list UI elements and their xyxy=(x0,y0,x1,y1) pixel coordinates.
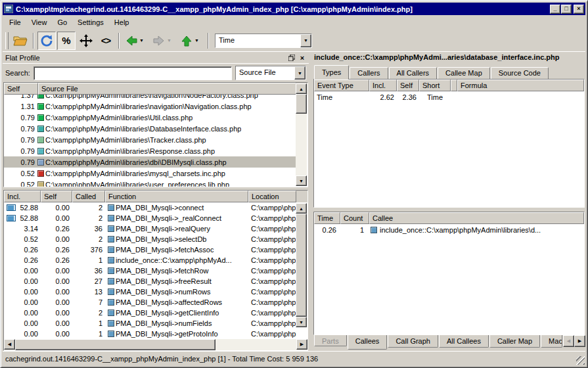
function-icon xyxy=(108,236,114,242)
function-row[interactable]: 0.26 0.26 376 PMA_DBI_Mysqli->fetchAssoc… xyxy=(4,244,296,255)
status-text: cachegrind.out.1416463299-C__xampp_phpMy… xyxy=(5,355,583,363)
search-input[interactable] xyxy=(34,66,232,80)
source-file-row[interactable]: 0.79 C:\xampp\phpMyAdmin\libraries\Util.… xyxy=(4,112,296,123)
function-row[interactable]: 0.00 0.00 2 PMA_DBI_Mysqli->getClientInf… xyxy=(4,308,296,318)
source-file-row[interactable]: 0.79 C:\xampp\phpMyAdmin\libraries\Track… xyxy=(4,134,296,145)
function-name: PMA_DBI_Mysqli->connect xyxy=(116,204,204,212)
relative-cost-button[interactable]: % xyxy=(57,32,76,50)
source-file-row[interactable]: 1.31 C:\xampp\phpMyAdmin\libraries\navig… xyxy=(4,101,296,112)
back-dropdown-icon[interactable]: ▼ xyxy=(139,38,144,43)
column-header-time[interactable]: Time xyxy=(314,212,340,224)
scrollbar-track[interactable] xyxy=(296,114,307,175)
function-row[interactable]: 0.00 0.00 1 PMA_DBI_Mysqli->getProtoInfo… xyxy=(4,329,296,339)
event-type-combobox[interactable]: Time ▼ xyxy=(215,34,312,48)
scrollbar-thumb[interactable] xyxy=(296,214,307,317)
scroll-down-icon[interactable]: ▼ xyxy=(296,317,307,327)
tab-callers[interactable]: Callers xyxy=(350,67,388,79)
function-row[interactable]: 0.52 0.00 2 PMA_DBI_Mysqli->selectDb C:\… xyxy=(4,234,296,244)
column-header-event-type[interactable]: Event Type xyxy=(314,80,369,91)
function-row[interactable]: 52.88 0.00 2 PMA_DBI_Mysqli->connect C:\… xyxy=(4,202,296,213)
scrollbar-track[interactable] xyxy=(215,339,296,350)
forward-button[interactable]: ▼ xyxy=(150,32,177,50)
column-header-formula[interactable]: Formula xyxy=(457,80,584,91)
chevron-down-icon[interactable]: ▼ xyxy=(294,66,305,80)
function-row[interactable]: 0.26 0.26 1 include_once::C:\xampp\phpMy… xyxy=(4,255,296,265)
open-file-button[interactable] xyxy=(11,32,30,50)
title-bar[interactable]: C:\xampp\tmp\cachegrind.out.1416463299-C… xyxy=(3,3,585,15)
up-button[interactable]: ▼ xyxy=(178,32,204,50)
source-file-row[interactable]: 0.52 C:\xampp\phpMyAdmin\libraries\mysql… xyxy=(4,168,296,179)
function-row[interactable]: 0.00 0.00 7 PMA_DBI_Mysqli->affectedRows… xyxy=(4,297,296,308)
function-row[interactable]: 0.00 0.00 27 PMA_DBI_Mysqli->freeResult … xyxy=(4,276,296,287)
up-dropdown-icon[interactable]: ▼ xyxy=(194,38,199,43)
resize-grip[interactable] xyxy=(576,356,585,365)
source-file-row-selected[interactable]: 0.79 C:\xampp\phpMyAdmin\libraries\dbi\D… xyxy=(4,156,296,168)
close-dock-icon[interactable]: × xyxy=(297,53,307,62)
source-file-row[interactable]: 0.79 C:\xampp\phpMyAdmin\libraries\Datab… xyxy=(4,123,296,134)
function-row[interactable]: 0.00 0.00 1 PMA_DBI_Mysqli->numFields C:… xyxy=(4,318,296,329)
scrollbar-thumb[interactable] xyxy=(296,94,307,114)
source-file-row[interactable]: 0.79 C:\xampp\phpMyAdmin\libraries\Respo… xyxy=(4,145,296,156)
shorten-templates-button[interactable]: <> xyxy=(97,32,115,50)
column-header-self[interactable]: Self xyxy=(397,80,419,91)
menu-settings[interactable]: Settings xyxy=(72,16,109,28)
callee-row[interactable]: 0.26 1 include_once::C:\xampp\phpMyAdmin… xyxy=(314,224,584,235)
menu-go[interactable]: Go xyxy=(52,16,72,28)
function-row[interactable]: 0.00 0.00 13 PMA_DBI_Mysqli->numRows C:\… xyxy=(4,287,296,297)
function-row[interactable]: 52.88 0.00 2 PMA_DBI_Mysqli->_realConnec… xyxy=(4,213,296,223)
column-header-count[interactable]: Count xyxy=(340,212,369,224)
cycle-detection-button[interactable] xyxy=(37,32,56,50)
column-header-callee[interactable]: Callee xyxy=(369,212,584,224)
scroll-down-icon[interactable]: ▼ xyxy=(296,175,307,186)
dock-title-bar[interactable]: Flat Profile × xyxy=(3,52,309,64)
tab-scroll-right-icon[interactable]: ▶ xyxy=(574,335,585,347)
incl-cost: 2.62 xyxy=(369,93,397,101)
group-by-combobox[interactable]: Source File ▼ xyxy=(235,66,306,80)
vertical-scrollbar[interactable]: ▲ ▼ xyxy=(296,203,307,327)
function-row[interactable]: 3.14 0.26 36 PMA_DBI_Mysqli->realQuery C… xyxy=(4,223,296,234)
column-header-source-file[interactable]: Source File xyxy=(38,83,296,95)
column-header-incl[interactable]: Incl. xyxy=(369,80,397,91)
tab-callee-map[interactable]: Callee Map xyxy=(438,67,490,79)
event-type-row[interactable]: Time 2.62 2.36 Time xyxy=(314,91,584,103)
self-cost: 0.26 xyxy=(41,246,72,254)
back-button[interactable]: ▼ xyxy=(123,32,149,50)
source-file-row[interactable]: 0.52 C:\xampp\phpMyAdmin\libraries\user_… xyxy=(4,179,296,187)
tab-call-graph[interactable]: Call Graph xyxy=(388,335,438,348)
tab-source-code[interactable]: Source Code xyxy=(491,67,549,79)
minimize-button[interactable]: _ xyxy=(550,5,560,14)
scroll-left-icon[interactable]: ◀ xyxy=(4,339,15,350)
incl-cost: 0.00 xyxy=(7,288,38,296)
column-header-incl[interactable]: Incl. xyxy=(4,191,41,202)
float-dock-icon[interactable] xyxy=(286,53,297,62)
column-header-called[interactable]: Called xyxy=(72,191,105,202)
column-header-location[interactable]: Location xyxy=(248,191,296,202)
column-header-short[interactable]: Short xyxy=(419,80,451,91)
cost-bar-icon xyxy=(7,215,16,221)
tab-all-callers[interactable]: All Callers xyxy=(389,67,438,79)
column-header-self[interactable]: Self xyxy=(4,83,38,95)
scroll-up-icon[interactable]: ▲ xyxy=(296,83,307,94)
source-file-row[interactable]: 1.37 C:\xampp\phpMyAdmin\libraries\navig… xyxy=(4,95,296,101)
vertical-scrollbar[interactable]: ▲ ▼ xyxy=(296,83,307,186)
toolbar-handle[interactable] xyxy=(5,32,9,49)
column-header-function[interactable]: Function xyxy=(105,191,248,202)
move-button[interactable] xyxy=(77,32,95,50)
horizontal-scrollbar[interactable]: ◀ ▶ xyxy=(4,339,307,350)
tab-types[interactable]: Types xyxy=(314,65,349,80)
tab-all-callees[interactable]: All Callees xyxy=(439,335,489,348)
tab-callees[interactable]: Callees xyxy=(348,335,388,350)
menu-view[interactable]: View xyxy=(26,16,53,28)
scroll-right-icon[interactable]: ▶ xyxy=(296,339,307,350)
tab-caller-map[interactable]: Caller Map xyxy=(489,335,540,348)
maximize-button[interactable]: □ xyxy=(561,5,572,14)
menu-file[interactable]: File xyxy=(4,16,26,28)
column-header-self[interactable]: Self xyxy=(41,191,72,202)
close-button[interactable]: × xyxy=(574,5,584,14)
tab-machine-code[interactable]: Machine xyxy=(541,335,562,348)
function-row[interactable]: 0.00 0.00 36 PMA_DBI_Mysqli->fetchRow C:… xyxy=(4,265,296,276)
scroll-up-icon[interactable]: ▲ xyxy=(296,203,307,214)
chevron-down-icon[interactable]: ▼ xyxy=(300,34,311,47)
scrollbar-thumb[interactable] xyxy=(15,339,215,350)
menu-help[interactable]: Help xyxy=(109,16,135,28)
